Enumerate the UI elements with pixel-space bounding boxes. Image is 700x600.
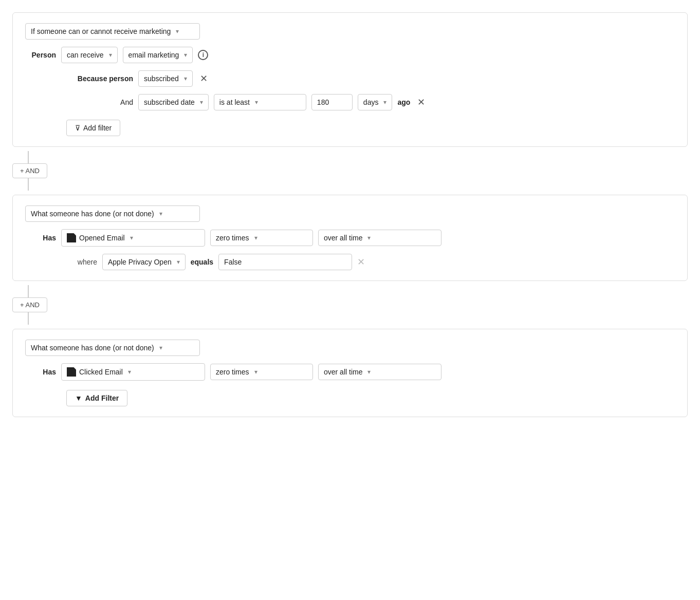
block2-times-dropdown[interactable]: zero times ▾ xyxy=(210,230,313,246)
block1-add-filter-label: Add filter xyxy=(83,124,112,132)
and-connector-1-line-bottom xyxy=(28,178,29,191)
block1-subscribed-date-chevron: ▾ xyxy=(200,99,203,106)
block1-ago-label: ago xyxy=(397,98,410,106)
block1-subscribed-label: subscribed xyxy=(144,74,179,83)
block1-condition-label: is at least xyxy=(219,98,250,106)
block1-person-row: Person can receive ▾ email marketing ▾ i xyxy=(25,47,675,63)
block2-filter-dropdown[interactable]: Apple Privacy Open ▾ xyxy=(102,254,186,270)
block1-main-dropdown-row: If someone can or cannot receive marketi… xyxy=(25,23,675,40)
block1-and-label: And xyxy=(66,98,133,106)
block3-has-label: Has xyxy=(25,368,56,376)
block1-subscribed-dropdown[interactable]: subscribed ▾ xyxy=(138,70,193,87)
block3-event-chevron: ▾ xyxy=(128,368,131,376)
block1-filter-icon: ⊽ xyxy=(75,124,80,132)
block2-main-dropdown[interactable]: What someone has done (or not done) ▾ xyxy=(25,205,200,222)
block3-event-dropdown[interactable]: Clicked Email ▾ xyxy=(61,363,205,381)
block1-unit-dropdown[interactable]: days ▾ xyxy=(358,94,393,110)
block3-period-dropdown[interactable]: over all time ▾ xyxy=(318,364,441,380)
block3-main-dropdown[interactable]: What someone has done (or not done) ▾ xyxy=(25,340,200,356)
and-connector-1-line xyxy=(28,151,29,163)
block2-where-row: where Apple Privacy Open ▾ equals ✕ xyxy=(25,254,675,270)
block1-and-close-button[interactable]: ✕ xyxy=(415,98,427,107)
block1-unit-label: days xyxy=(363,98,379,106)
block3-add-filter-row: ▼ Add Filter xyxy=(25,388,675,406)
block2-where-label: where xyxy=(66,258,97,266)
block2-main-dropdown-chevron: ▾ xyxy=(159,210,162,217)
block1-subscribed-date-dropdown[interactable]: subscribed date ▾ xyxy=(138,94,209,110)
block2-period-dropdown[interactable]: over all time ▾ xyxy=(318,230,441,246)
block1-can-receive-label: can receive xyxy=(67,51,104,59)
block1-can-receive-dropdown[interactable]: can receive ▾ xyxy=(61,47,118,63)
block2-main-dropdown-label: What someone has done (or not done) xyxy=(31,210,154,218)
block3-times-label: zero times xyxy=(216,368,249,376)
block1-main-dropdown-label: If someone can or cannot receive marketi… xyxy=(31,27,171,35)
block2-times-label: zero times xyxy=(216,234,249,242)
block1-and-row: And subscribed date ▾ is at least ▾ days… xyxy=(25,94,675,110)
block1-can-receive-chevron: ▾ xyxy=(109,51,112,59)
block3-add-filter-label: Add Filter xyxy=(85,394,119,402)
opened-email-icon xyxy=(67,233,76,242)
condition-block-3: What someone has done (or not done) ▾ Ha… xyxy=(12,329,688,417)
block2-times-chevron: ▾ xyxy=(254,234,257,241)
block1-because-row: Because person subscribed ▾ ✕ xyxy=(25,70,675,87)
block2-period-label: over all time xyxy=(324,234,362,242)
block1-subscribed-date-label: subscribed date xyxy=(144,98,195,106)
block1-unit-chevron: ▾ xyxy=(383,99,386,106)
condition-block-2: What someone has done (or not done) ▾ Ha… xyxy=(12,195,688,281)
block2-filter-label: Apple Privacy Open xyxy=(108,258,172,266)
condition-block-1: If someone can or cannot receive marketi… xyxy=(12,12,688,147)
block1-add-filter-row: ⊽ Add filter xyxy=(25,118,675,136)
block1-main-dropdown[interactable]: If someone can or cannot receive marketi… xyxy=(25,23,200,40)
block1-condition-dropdown[interactable]: is at least ▾ xyxy=(214,94,306,110)
and-connector-1-button[interactable]: + AND xyxy=(12,163,47,178)
and-connector-2-label: + AND xyxy=(20,301,40,309)
block2-period-chevron: ▾ xyxy=(367,234,371,241)
block3-period-chevron: ▾ xyxy=(367,368,371,376)
block1-email-marketing-dropdown[interactable]: email marketing ▾ xyxy=(123,47,193,63)
clicked-email-icon xyxy=(67,367,76,377)
block3-times-dropdown[interactable]: zero times ▾ xyxy=(210,364,313,380)
block3-has-row: Has Clicked Email ▾ zero times ▾ over al… xyxy=(25,363,675,381)
block2-main-dropdown-row: What someone has done (or not done) ▾ xyxy=(25,205,675,222)
block3-add-filter-button[interactable]: ▼ Add Filter xyxy=(66,390,127,406)
and-connector-1-label: + AND xyxy=(20,167,40,175)
and-connector-2-wrapper: + AND xyxy=(12,285,688,325)
and-connector-1-wrapper: + AND xyxy=(12,151,688,191)
block3-filter-icon: ▼ xyxy=(75,394,82,402)
block1-person-label: Person xyxy=(25,51,56,59)
block3-main-dropdown-chevron: ▾ xyxy=(159,344,162,351)
block1-value-input[interactable] xyxy=(311,94,353,110)
block2-has-label: Has xyxy=(25,234,56,242)
block1-email-marketing-label: email marketing xyxy=(128,51,179,59)
block2-value-input[interactable] xyxy=(218,254,352,270)
and-connector-2-line xyxy=(28,285,29,297)
block2-event-dropdown[interactable]: Opened Email ▾ xyxy=(61,229,205,247)
block1-subscribed-chevron: ▾ xyxy=(184,75,187,82)
block2-event-chevron: ▾ xyxy=(130,234,133,241)
block2-equals-label: equals xyxy=(191,258,213,266)
block2-where-close-button[interactable]: ✕ xyxy=(357,256,365,268)
and-connector-2-line-bottom xyxy=(28,312,29,325)
block2-has-row: Has Opened Email ▾ zero times ▾ over all… xyxy=(25,229,675,247)
block3-event-label: Clicked Email xyxy=(79,368,123,376)
block1-email-marketing-chevron: ▾ xyxy=(184,51,187,59)
block3-times-chevron: ▾ xyxy=(254,368,257,376)
block1-because-label: Because person xyxy=(66,74,133,83)
block1-condition-chevron: ▾ xyxy=(255,99,258,106)
block2-filter-chevron: ▾ xyxy=(177,258,180,266)
block3-period-label: over all time xyxy=(324,368,362,376)
and-connector-2-button[interactable]: + AND xyxy=(12,297,47,312)
block3-main-dropdown-label: What someone has done (or not done) xyxy=(31,344,154,352)
block3-main-dropdown-row: What someone has done (or not done) ▾ xyxy=(25,340,675,356)
block2-event-label: Opened Email xyxy=(79,234,125,242)
block1-main-dropdown-chevron: ▾ xyxy=(176,28,179,35)
block1-because-close-button[interactable]: ✕ xyxy=(198,74,210,83)
info-icon[interactable]: i xyxy=(198,50,208,60)
block1-add-filter-button[interactable]: ⊽ Add filter xyxy=(66,120,120,136)
